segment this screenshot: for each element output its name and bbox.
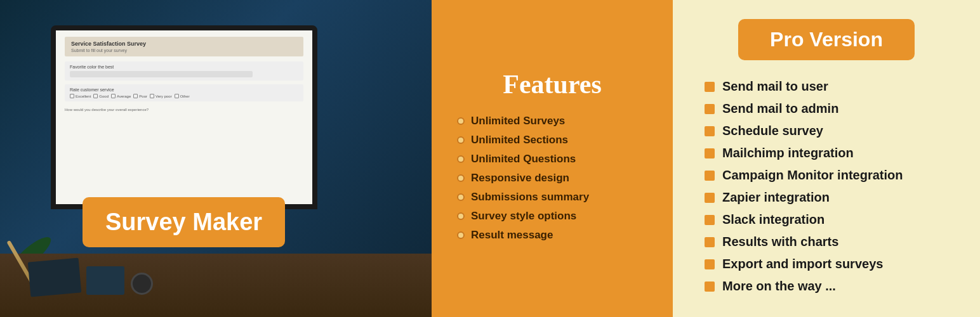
pro-label: Campaign Monitor integration — [722, 168, 903, 183]
survey-text-block: How would you describe your overall expe… — [65, 105, 303, 114]
checkbox-item: Excellent — [70, 94, 91, 98]
pro-label: More on the way ... — [722, 279, 836, 294]
checkboxes-group: Excellent Good Average Poor Very poor Ot… — [70, 94, 298, 98]
pro-bullet — [705, 237, 715, 247]
monitor-content: Service Satisfaction Survey Submit to fi… — [56, 30, 312, 204]
pro-item: Mailchimp integration — [705, 146, 948, 160]
notebook-decoration — [28, 258, 81, 297]
pro-item: Zapier integration — [705, 190, 948, 205]
pro-bullet — [705, 193, 715, 203]
feature-item: Responsive design — [457, 172, 647, 184]
feature-label: Responsive design — [471, 172, 569, 184]
pro-label: Mailchimp integration — [722, 146, 854, 160]
feature-bullet — [457, 155, 465, 163]
pro-bullet — [705, 281, 715, 292]
survey-question-2: Rate customer service Excellent Good Ave… — [65, 84, 303, 101]
feature-label: Survey style options — [471, 210, 576, 223]
pro-bullet — [705, 104, 715, 114]
pro-list: Send mail to userSend mail to adminSched… — [705, 79, 948, 301]
pro-item: More on the way ... — [705, 279, 948, 294]
features-title: Features — [503, 69, 602, 100]
pro-item: Export and import surveys — [705, 257, 948, 271]
pro-item: Send mail to user — [705, 79, 948, 94]
pro-bullet — [705, 259, 715, 269]
pro-bullet — [705, 148, 715, 158]
feature-label: Result message — [471, 229, 553, 242]
pro-bullet — [705, 82, 715, 92]
right-section: Pro Version Send mail to userSend mail t… — [673, 0, 980, 317]
pro-bullet — [705, 171, 715, 181]
question1-label: Favorite color the best — [70, 65, 298, 69]
pro-item: Results with charts — [705, 235, 948, 249]
features-list: Unlimited SurveysUnlimited SectionsUnlim… — [457, 115, 647, 248]
pro-label: Results with charts — [722, 235, 838, 249]
pro-label: Send mail to user — [722, 79, 828, 94]
survey-title-text: Service Satisfaction Survey — [71, 41, 297, 47]
feature-bullet — [457, 117, 465, 125]
pro-version-badge: Pro Version — [738, 19, 915, 60]
checkbox-item: Average — [111, 94, 131, 98]
tablet-decoration — [86, 266, 124, 295]
feature-bullet — [457, 231, 465, 239]
feature-item: Unlimited Sections — [457, 134, 647, 146]
feature-bullet — [457, 174, 465, 182]
feature-item: Submissions summary — [457, 191, 647, 204]
feature-label: Unlimited Questions — [471, 153, 576, 165]
left-section: Service Satisfaction Survey Submit to fi… — [0, 0, 432, 317]
monitor-screen: Service Satisfaction Survey Submit to fi… — [51, 25, 317, 209]
pro-label: Schedule survey — [722, 124, 823, 138]
pro-label: Zapier integration — [722, 190, 830, 205]
feature-bullet — [457, 136, 465, 144]
pro-label: Slack integration — [722, 212, 824, 227]
checkbox-item: Other — [175, 94, 190, 98]
question2-label: Rate customer service — [70, 87, 298, 92]
survey-title-bar: Service Satisfaction Survey Submit to fi… — [65, 37, 303, 56]
pro-label: Export and import surveys — [722, 257, 883, 271]
pro-item: Schedule survey — [705, 124, 948, 138]
input-field — [70, 71, 253, 77]
feature-label: Submissions summary — [471, 191, 589, 204]
feature-bullet — [457, 193, 465, 201]
survey-question-1: Favorite color the best — [65, 61, 303, 81]
checkbox-item: Poor — [133, 94, 147, 98]
pro-item: Send mail to admin — [705, 101, 948, 116]
feature-label: Unlimited Sections — [471, 134, 568, 146]
checkbox-item: Very poor — [150, 94, 172, 98]
survey-subtitle: Submit to fill out your survey — [71, 48, 297, 53]
feature-item: Survey style options — [457, 210, 647, 223]
pro-label: Send mail to admin — [722, 101, 838, 116]
feature-item: Result message — [457, 229, 647, 242]
pro-item: Campaign Monitor integration — [705, 168, 948, 183]
pro-bullet — [705, 126, 715, 136]
feature-bullet — [457, 212, 465, 220]
feature-item: Unlimited Questions — [457, 153, 647, 165]
feature-label: Unlimited Surveys — [471, 115, 565, 127]
pro-bullet — [705, 215, 715, 225]
middle-section: Features Unlimited SurveysUnlimited Sect… — [432, 0, 673, 317]
checkbox-item: Good — [93, 94, 109, 98]
clock-decoration — [131, 273, 153, 295]
survey-maker-label: Survey Maker — [83, 197, 285, 247]
pro-item: Slack integration — [705, 212, 948, 227]
feature-item: Unlimited Surveys — [457, 115, 647, 127]
